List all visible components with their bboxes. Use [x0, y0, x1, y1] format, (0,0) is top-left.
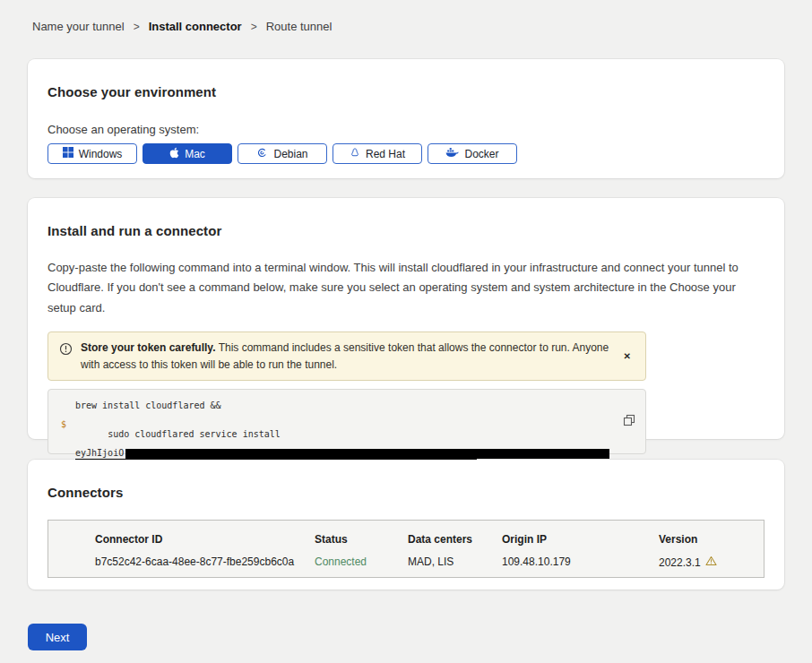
os-button-redhat[interactable]: Red Hat	[333, 143, 422, 164]
install-connector-card: Install and run a connector Copy-paste t…	[28, 198, 784, 439]
os-button-label: Debian	[273, 148, 307, 160]
os-button-docker[interactable]: Docker	[428, 143, 517, 164]
breadcrumb-separator: >	[251, 21, 257, 33]
col-header-connector-id: Connector ID	[95, 533, 315, 546]
close-icon[interactable]: ✕	[620, 349, 635, 363]
card-title: Install and run a connector	[48, 223, 764, 238]
windows-icon	[63, 147, 73, 160]
os-button-label: Docker	[464, 148, 498, 160]
token-redaction-bar	[125, 449, 609, 459]
os-button-label: Mac	[185, 148, 205, 160]
docker-icon	[445, 147, 459, 160]
os-button-windows[interactable]: Windows	[48, 143, 137, 164]
code-line-sudo: $sudo cloudflared service install	[75, 420, 633, 449]
os-button-label: Windows	[79, 148, 123, 160]
col-header-data-centers: Data centers	[408, 533, 502, 546]
code-blank-line	[75, 411, 633, 421]
cell-connector-id: b7c52c42-6caa-48ee-8c77-fbe259cb6c0a	[95, 555, 315, 569]
install-command-code-block: brew install cloudflared && $sudo cloudf…	[48, 389, 646, 454]
cell-version: 2022.3.1	[659, 555, 764, 569]
cell-origin-ip: 109.48.10.179	[502, 555, 659, 569]
os-select-label: Choose an operating system:	[48, 123, 764, 136]
breadcrumb-separator: >	[134, 21, 140, 33]
code-line-brew: brew install cloudflared &&	[75, 401, 633, 411]
warning-title: Store your token carefully.	[81, 341, 216, 354]
os-button-debian[interactable]: Debian	[238, 143, 327, 164]
connectors-table: Connector ID Status Data centers Origin …	[48, 520, 764, 578]
debian-icon	[256, 147, 268, 161]
choose-environment-card: Choose your environment Choose an operat…	[28, 59, 784, 178]
os-button-label: Red Hat	[366, 148, 405, 160]
cell-status: Connected	[315, 555, 408, 569]
copy-icon[interactable]	[623, 414, 635, 426]
col-header-version: Version	[659, 533, 764, 546]
col-header-origin-ip: Origin IP	[502, 533, 659, 546]
card-title: Choose your environment	[48, 84, 764, 99]
breadcrumb-step-install-connector[interactable]: Install connector	[149, 20, 242, 33]
warning-text: Store your token carefully. This command…	[81, 340, 612, 373]
apple-icon	[169, 147, 179, 161]
code-line-token: eyJhIjoiO	[75, 449, 633, 459]
cell-data-centers: MAD, LIS	[408, 555, 502, 569]
install-description: Copy-paste the following command into a …	[48, 258, 764, 318]
breadcrumb: Name your tunnel > Install connector > R…	[32, 20, 332, 33]
warning-triangle-icon	[705, 555, 717, 569]
breadcrumb-step-route-tunnel[interactable]: Route tunnel	[266, 20, 333, 33]
card-title: Connectors	[48, 485, 764, 500]
col-header-status: Status	[315, 533, 408, 546]
connectors-card: Connectors Connector ID Status Data cent…	[28, 460, 784, 590]
redhat-icon	[350, 147, 360, 161]
os-button-group: Windows Mac Debian	[48, 143, 764, 164]
next-button[interactable]: Next	[28, 624, 87, 650]
shell-prompt: $	[61, 420, 66, 430]
os-button-mac[interactable]: Mac	[143, 143, 232, 164]
breadcrumb-step-name-tunnel[interactable]: Name your tunnel	[32, 20, 125, 33]
token-prefix: eyJhIjoiO	[75, 449, 124, 459]
token-warning-banner: Store your token carefully. This command…	[48, 332, 646, 381]
alert-circle-icon	[59, 342, 73, 361]
